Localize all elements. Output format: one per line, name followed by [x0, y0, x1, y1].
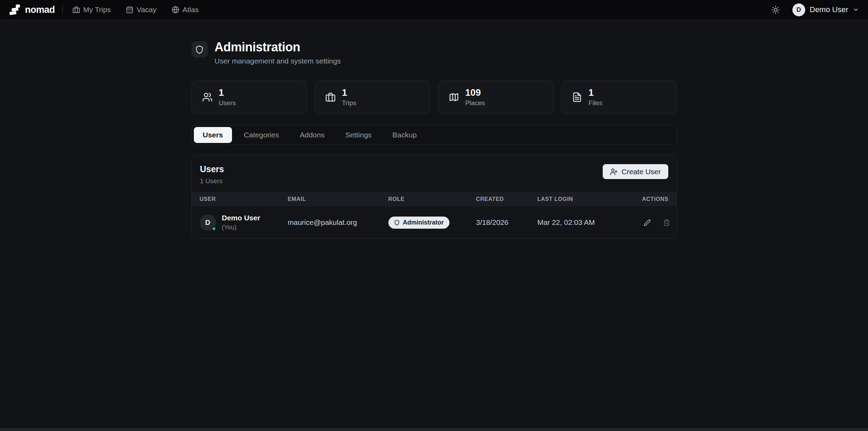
users-panel: Users 1 Users Create User User Email Rol… — [191, 155, 677, 239]
users-table-header: User Email Role Created Last Login Actio… — [192, 192, 677, 206]
users-panel-title: Users — [200, 164, 224, 174]
column-header-email: Email — [288, 196, 388, 202]
nav-links: My Trips Vacay Atlas — [72, 6, 199, 14]
stat-card-files: 1 Files — [561, 81, 677, 114]
created-cell: 3/18/2026 — [476, 218, 538, 227]
bottom-scrollbar-track[interactable] — [0, 428, 868, 431]
users-panel-header: Users 1 Users Create User — [192, 155, 677, 192]
stat-card-places: 109 Places — [438, 81, 554, 114]
briefcase-icon — [72, 6, 80, 14]
column-header-role: Role — [388, 196, 476, 202]
main-content: Administration User management and syste… — [191, 20, 677, 239]
stat-value: 109 — [465, 88, 485, 98]
nav-divider — [62, 5, 63, 14]
page-title: Administration — [215, 40, 341, 54]
users-panel-titles: Users 1 Users — [200, 164, 224, 185]
shield-icon — [191, 41, 208, 58]
file-icon — [572, 92, 582, 102]
stat-label: Places — [465, 99, 485, 107]
tab-categories[interactable]: Categories — [235, 127, 288, 143]
column-header-created: Created — [476, 196, 538, 202]
role-label: Administrator — [403, 219, 444, 226]
stat-card-trips: 1 Trips — [315, 81, 430, 114]
stat-label: Files — [588, 99, 602, 107]
online-status-dot — [212, 226, 216, 231]
nav-item-atlas[interactable]: Atlas — [172, 6, 199, 14]
avatar: D — [200, 214, 216, 231]
top-nav: nomad My Trips Vacay Atlas D Demo User — [0, 0, 868, 20]
topnav-right: D Demo User — [769, 3, 859, 17]
you-label: (You) — [222, 224, 260, 231]
page-header: Administration User management and syste… — [191, 40, 677, 65]
column-header-actions: Actions — [642, 196, 669, 202]
actions-cell — [642, 217, 673, 228]
create-user-button[interactable]: Create User — [603, 164, 668, 179]
calendar-icon — [126, 6, 134, 14]
create-user-label: Create User — [621, 168, 661, 176]
role-cell: Administrator — [388, 217, 476, 229]
user-cell: D Demo User (You) — [200, 214, 288, 231]
table-row: D Demo User (You) maurice@pakulat.org Ad… — [192, 206, 677, 238]
stat-text: 1 Trips — [342, 88, 356, 107]
trash-icon — [663, 219, 670, 226]
nav-item-vacay[interactable]: Vacay — [126, 6, 156, 14]
stat-text: 1 Files — [588, 88, 602, 107]
nav-item-label: Vacay — [137, 6, 156, 14]
nav-item-my-trips[interactable]: My Trips — [72, 6, 111, 14]
users-count: 1 Users — [200, 177, 224, 185]
user-cell-text: Demo User (You) — [222, 214, 260, 231]
stat-card-users: 1 Users — [191, 81, 307, 114]
user-name: Demo User — [222, 214, 260, 222]
stat-value: 1 — [219, 88, 236, 98]
pencil-icon — [644, 219, 651, 226]
tab-settings[interactable]: Settings — [336, 127, 381, 143]
column-header-last-login: Last Login — [538, 196, 642, 202]
avatar: D — [792, 3, 805, 16]
users-icon — [202, 92, 213, 102]
theme-toggle-button[interactable] — [769, 3, 783, 17]
edit-user-button[interactable] — [642, 217, 653, 228]
stat-value: 1 — [588, 88, 602, 98]
user-name: Demo User — [810, 5, 848, 14]
stat-text: 1 Users — [219, 88, 236, 107]
email-cell: maurice@pakulat.org — [288, 218, 388, 227]
briefcase-icon — [325, 92, 336, 102]
page-subtitle: User management and system settings — [215, 57, 341, 65]
delete-user-button[interactable] — [661, 217, 673, 228]
page-header-text: Administration User management and syste… — [215, 40, 341, 65]
role-badge: Administrator — [388, 217, 449, 229]
admin-tabs: Users Categories Addons Settings Backup — [191, 125, 677, 145]
brand-name: nomad — [25, 5, 55, 15]
tab-backup[interactable]: Backup — [384, 127, 426, 143]
last-login-cell: Mar 22, 02:03 AM — [538, 218, 642, 227]
user-plus-icon — [610, 168, 618, 176]
stat-label: Users — [219, 99, 236, 107]
sun-icon — [771, 6, 780, 14]
globe-icon — [172, 6, 179, 14]
nav-item-label: My Trips — [83, 6, 111, 14]
tab-addons[interactable]: Addons — [291, 127, 333, 143]
stats-row: 1 Users 1 Trips 109 Places 1 Files — [191, 81, 677, 114]
stat-value: 1 — [342, 88, 356, 98]
nav-item-label: Atlas — [182, 6, 199, 14]
map-icon — [449, 92, 459, 102]
stat-text: 109 Places — [465, 88, 485, 107]
tab-users[interactable]: Users — [194, 127, 232, 143]
user-menu[interactable]: D Demo User — [792, 3, 859, 16]
shield-icon — [394, 220, 400, 226]
column-header-user: User — [200, 196, 288, 202]
nomad-logo-icon — [9, 3, 22, 16]
chevron-down-icon — [853, 7, 859, 13]
stat-label: Trips — [342, 99, 356, 107]
brand-logo[interactable]: nomad — [9, 3, 55, 16]
